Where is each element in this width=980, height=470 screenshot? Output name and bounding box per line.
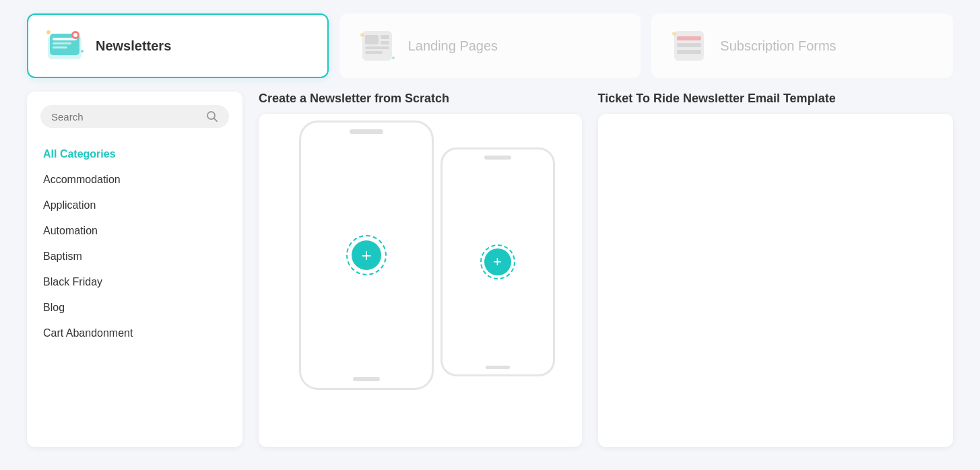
svg-line-23 (214, 119, 218, 122)
svg-rect-14 (365, 51, 383, 54)
svg-rect-20 (677, 50, 701, 54)
search-icon (206, 110, 218, 123)
svg-point-21 (672, 32, 676, 36)
top-tabs-bar: Newsletters Landing Pages Subscription F… (0, 0, 980, 78)
template-title: Ticket To Ride Newsletter Email Template (598, 92, 953, 106)
sidebar-item-cart-abandonment[interactable]: Cart Abandonment (40, 321, 229, 346)
sidebar-item-automation[interactable]: Automation (40, 218, 229, 244)
plus-icon: + (361, 246, 371, 264)
svg-rect-12 (381, 41, 389, 44)
sidebar-item-application[interactable]: Application (40, 193, 229, 218)
plus-circle-2: + (484, 248, 511, 275)
tab-landing-pages[interactable]: Landing Pages (339, 13, 641, 78)
landing-pages-icon (357, 26, 397, 66)
svg-point-6 (73, 33, 77, 37)
newsletters-icon (44, 26, 85, 66)
tab-landing-pages-label: Landing Pages (408, 38, 498, 54)
svg-point-8 (81, 50, 84, 53)
svg-rect-4 (53, 46, 67, 48)
svg-rect-10 (365, 35, 379, 44)
search-input[interactable] (51, 111, 206, 123)
svg-rect-11 (381, 35, 389, 39)
svg-point-7 (46, 30, 51, 34)
phone-home-bar-2 (486, 366, 510, 369)
phone-mockup-secondary: + (440, 147, 555, 376)
create-plus-button-2[interactable]: + (480, 244, 515, 279)
phone-home-bar (353, 377, 380, 381)
search-box[interactable] (40, 105, 229, 128)
phone-notch (350, 129, 383, 134)
tab-newsletters-label: Newsletters (96, 38, 171, 54)
sidebar: All Categories Accommodation Application… (27, 92, 242, 447)
create-from-scratch-card[interactable]: + + (259, 114, 582, 447)
svg-rect-18 (677, 36, 701, 40)
sidebar-item-blog[interactable]: Blog (40, 295, 229, 321)
sidebar-item-all-categories[interactable]: All Categories (40, 141, 229, 167)
main-content: All Categories Accommodation Application… (0, 78, 980, 461)
create-scratch-title: Create a Newsletter from Scratch (259, 92, 582, 106)
tab-newsletters[interactable]: Newsletters (27, 13, 329, 78)
subscription-forms-icon (669, 26, 709, 66)
sidebar-item-black-friday[interactable]: Black Friday (40, 269, 229, 295)
svg-rect-3 (53, 42, 71, 44)
middle-section: Create a Newsletter from Scratch + + (259, 92, 582, 447)
template-preview-card[interactable]: UPCOMING EVENT Tuesday June 20th @13:00A… (598, 114, 953, 447)
plus-icon-2: + (493, 255, 502, 269)
svg-rect-19 (677, 43, 701, 47)
svg-rect-13 (365, 46, 389, 49)
svg-point-15 (360, 33, 364, 37)
right-section: Ticket To Ride Newsletter Email Template… (598, 92, 953, 447)
category-list: All Categories Accommodation Application… (40, 141, 229, 346)
plus-circle: + (352, 240, 381, 270)
svg-point-16 (392, 57, 395, 59)
phone-mockup-main: + (299, 121, 434, 390)
sidebar-item-baptism[interactable]: Baptism (40, 244, 229, 269)
tab-subscription-forms[interactable]: Subscription Forms (651, 13, 953, 78)
tab-subscription-forms-label: Subscription Forms (720, 38, 836, 54)
create-plus-button[interactable]: + (346, 235, 387, 275)
sidebar-item-accommodation[interactable]: Accommodation (40, 167, 229, 193)
phone-notch-2 (484, 156, 511, 160)
